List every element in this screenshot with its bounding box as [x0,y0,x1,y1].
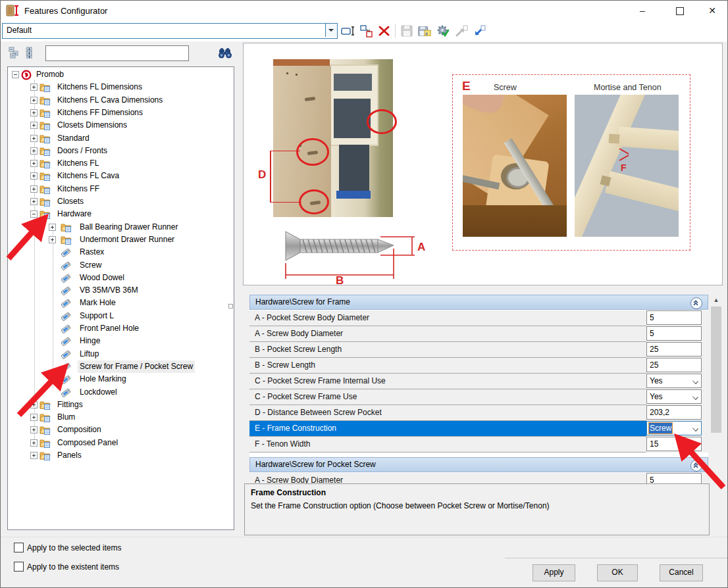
tree-expander-expand-icon[interactable] [30,172,38,180]
value-field[interactable]: 25 [646,358,702,372]
tree-item-screw[interactable]: Screw [8,259,234,272]
vertical-scrollbar[interactable]: ▲ ▼ [711,295,721,484]
tree-item-kitchens-fl-dimensions[interactable]: Kitchens FL Dimensions [8,81,234,93]
tree-expander-expand-icon[interactable] [30,109,38,116]
expand-all-icon[interactable] [24,47,36,59]
property-row-f-tenon-width[interactable]: F - Tenon Width15 [249,437,708,453]
apply-existent-checkbox[interactable] [14,562,24,572]
tree-expander-expand-icon[interactable] [30,452,38,459]
close-button[interactable]: ✕ [697,1,727,20]
property-row-b-pocket-screw-length[interactable]: B - Pocket Screw Length25 [249,342,708,358]
property-row-c-pocket-screw-frame-internal-use[interactable]: C - Pocket Screw Frame Internal UseYes [249,374,708,389]
tree-item-screw-for-frame-pocket-screw[interactable]: Screw for Frame / Pocket Screw [8,360,234,373]
duplicate-profile-icon[interactable] [359,24,374,37]
delete-profile-icon[interactable] [377,24,392,37]
value-combobox[interactable]: Screw [646,421,702,435]
property-row-c-pocket-screw-frame-use[interactable]: C - Pocket Screw Frame UseYes [249,389,708,405]
collapse-all-icon[interactable] [9,47,20,59]
scrollbar-thumb[interactable] [711,306,721,433]
tree-expander-expand-icon[interactable] [30,414,38,421]
tree-item-vb-35m-vb-36m[interactable]: VB 35M/VB 36M [8,284,234,297]
tree-expander-expand-icon[interactable] [30,439,38,447]
search-input[interactable] [45,45,189,61]
tree-item-hinge[interactable]: Hinge [8,335,234,347]
tree-expander-expand-icon[interactable] [30,160,38,167]
maximize-button[interactable] [665,1,695,20]
tree-expander-expand-icon[interactable] [30,97,38,104]
apply-selected-checkbox[interactable] [14,543,24,552]
tree-item-kitchens-fl-cava-dimensions[interactable]: Kitchens FL Cava Dimensions [8,94,234,107]
apply-button[interactable]: Apply [533,564,575,581]
tree-expander-expand-icon[interactable] [30,185,38,193]
tree-expander-expand-icon[interactable] [30,401,38,408]
value-field[interactable]: 5 [646,326,702,341]
ok-button[interactable]: OK [597,564,638,581]
value-field[interactable]: 5 [646,473,702,484]
tree-expander-expand-icon[interactable] [49,236,56,243]
tree-expander-expand-icon[interactable] [49,224,56,231]
property-row-a-pocket-screw-body-diameter[interactable]: A - Pocket Screw Body Diameter5 [249,310,708,326]
tree-expander-expand-icon[interactable] [30,135,38,142]
import-icon[interactable] [472,24,486,37]
tree-item-kitchens-fl[interactable]: Kitchens FL [8,157,234,170]
scroll-up-icon[interactable]: ▲ [711,295,721,306]
cancel-button[interactable]: Cancel [660,564,703,581]
tree-item-blum[interactable]: Blum [8,411,234,424]
rename-profile-icon[interactable] [341,24,355,37]
tree-item-closets[interactable]: Closets [8,195,234,208]
value-field[interactable]: 25 [646,342,702,356]
tree-item-kitchens-fl-cava[interactable]: Kitchens FL Cava [8,170,234,182]
property-row-e-frame-construction[interactable]: E - Frame ConstructionScrew [249,421,708,437]
tree-item-rastex[interactable]: Rastex [8,246,234,258]
export-icon[interactable] [454,24,469,37]
tree-item-hole-marking[interactable]: Hole Marking [8,373,234,385]
section-collapse-icon[interactable] [690,297,702,309]
tree-expander-expand-icon[interactable] [30,426,38,433]
tree-item-undermont-drawer-runner[interactable]: Undermont Drawer Runner [8,233,234,246]
tree-item-fittings[interactable]: Fittings [8,399,234,411]
tree-item-front-panel-hole[interactable]: Front Panel Hole [8,322,234,335]
profile-combobox[interactable]: Default [2,23,338,39]
tree-item-doors-fronts[interactable]: Doors / Fronts [8,145,234,157]
value-combobox[interactable]: Yes [646,389,702,404]
tree-item-wood-dowel[interactable]: Wood Dowel [8,272,234,284]
tree-item-ball-bearing-drawer-runner[interactable]: Ball Bearing Drawer Runner [8,221,234,233]
save-icon[interactable] [400,24,414,37]
value-field[interactable]: 5 [646,310,702,325]
property-row-b-screw-length[interactable]: B - Screw Length25 [249,358,708,374]
save-configuration-icon[interactable]: a [417,24,432,37]
value-combobox[interactable]: Yes [646,374,702,388]
tree-item-panels[interactable]: Panels [8,449,234,462]
profile-combobox-dropdown-icon[interactable] [325,24,337,37]
tree-expander-collapse-icon[interactable] [12,71,19,78]
tree-item-support-l[interactable]: Support L [8,310,234,322]
property-row-d-distance-between-screw-pocket[interactable]: D - Distance Between Screw Pocket203,2 [249,405,708,421]
tree-expander-expand-icon[interactable] [30,122,38,129]
value-field[interactable]: 203,2 [646,405,702,420]
tree-item-standard[interactable]: Standard [8,132,234,145]
property-row-a-screw-body-diameter[interactable]: A - Screw Body Diameter5 [249,326,708,342]
tree-item-composition[interactable]: Composition [8,424,234,436]
tree-item-mark-hole[interactable]: Mark Hole [8,297,234,309]
scroll-down-icon[interactable]: ▼ [711,473,721,484]
binoculars-search-icon[interactable] [218,47,232,60]
apply-configuration-icon[interactable] [436,24,450,37]
section-collapse-icon[interactable] [690,460,702,472]
frame-construction-options-box: E Screw Mortise and Tenon [452,74,690,251]
tree-item-composed-panel[interactable]: Composed Panel [8,437,234,449]
tree-item-promob[interactable]: Promob [8,68,234,81]
minimize-button[interactable]: – [627,1,658,20]
tree-item-hardware[interactable]: Hardware [8,208,234,220]
tree-item-kitchens-ff[interactable]: Kitchens FF [8,183,234,195]
tree-expander-expand-icon[interactable] [30,198,38,205]
tree-item-kitchens-ff-dimensions[interactable]: Kitchens FF Dimensions [8,107,234,119]
value-field[interactable]: 15 [646,437,702,451]
tree-expander-expand-icon[interactable] [30,84,38,91]
tree-expander-collapse-icon[interactable] [30,210,38,218]
tree-item-lockdowel[interactable]: Lockdowel [8,386,234,399]
property-row-a-screw-body-diameter[interactable]: A - Screw Body Diameter5 [249,473,708,484]
splitter-grip[interactable] [228,304,233,308]
tree-item-liftup[interactable]: Liftup [8,348,234,360]
tree-expander-expand-icon[interactable] [30,147,38,155]
tree-item-closets-dimensions[interactable]: Closets Dimensions [8,119,234,132]
